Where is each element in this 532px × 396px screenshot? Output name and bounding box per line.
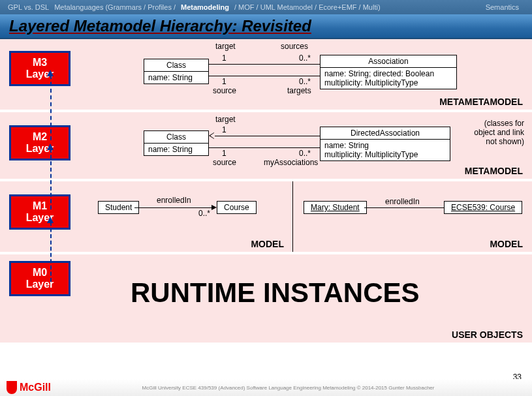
mult-label: 1	[222, 125, 227, 134]
role-label: target	[215, 115, 236, 124]
uml-class: Class name: String	[144, 59, 209, 84]
nav-item-active[interactable]: Metamodeling	[181, 3, 229, 11]
layer-label-m3: M3 Layer	[9, 51, 70, 86]
mult-label: 0..*	[198, 209, 210, 218]
layer-m3: M3 Layer Class name: String Association …	[0, 39, 532, 110]
instance-name: Mary: Student	[304, 202, 366, 213]
class-name: Student	[99, 202, 138, 213]
nav-item[interactable]: Metalanguages (Grammars / Profiles /	[54, 3, 176, 11]
attr-line: name: String; directed: Boolean	[324, 69, 452, 78]
class-attr: name: String; directed: Boolean multipli…	[321, 68, 456, 89]
footer: McGill McGill University ECSE 439/539 (A…	[0, 379, 532, 396]
role-label: targets	[287, 86, 311, 95]
role-label: target	[215, 42, 236, 51]
layer-type: METAMETAMODEL	[439, 97, 523, 107]
title-bar: Layered Metamodel Hierarchy: Revisited	[0, 14, 532, 39]
nav-item[interactable]: Semantics	[486, 3, 519, 11]
class-name: Class	[144, 131, 208, 144]
mult-label: 0..*	[299, 149, 311, 158]
uml-instance-ecse: ECSE539: Course	[444, 201, 522, 214]
arrow-up-icon	[47, 217, 54, 223]
runtime-instances-text: RUNTIME INSTANCES	[131, 277, 420, 309]
open-arrow-fill	[210, 132, 215, 139]
assoc-line	[214, 136, 320, 136]
mult-label: 0..*	[299, 53, 311, 63]
dashed-arrow	[50, 149, 52, 209]
layer-label-m1: M1 Layer	[9, 194, 70, 230]
layer-type: METAMODEL	[465, 166, 523, 176]
uml-course: Course	[217, 201, 257, 214]
nav-item[interactable]: GPL vs. DSL	[8, 3, 49, 11]
layer-label-m2: M2 Layer	[9, 125, 70, 160]
attr-line: multiplicity: MultiplicityType	[324, 150, 446, 159]
divider	[292, 181, 293, 252]
layer-m0: M0 Layer RUNTIME INSTANCES USER OBJECTS	[0, 254, 532, 343]
mult-label: 0..*	[299, 77, 311, 86]
layer-m1: M1 Layer Student Course enrolledIn 0..* …	[0, 181, 532, 252]
link-line	[364, 207, 444, 208]
class-attr: name: String	[144, 72, 208, 84]
breadcrumb-nav: GPL vs. DSL Metalanguages (Grammars / Pr…	[0, 0, 532, 14]
class-name: DirectedAssociation	[321, 127, 450, 140]
layer-label-m0: M0 Layer	[9, 261, 70, 296]
page-title: Layered Metamodel Hierarchy: Revisited	[9, 17, 311, 35]
arrow-up-icon	[47, 144, 54, 150]
dashed-arrow	[50, 222, 52, 282]
attr-line: name: String	[324, 141, 446, 150]
role-label: source	[213, 158, 236, 167]
layer-type: USER OBJECTS	[452, 329, 523, 340]
mcgill-text: McGill	[20, 382, 51, 393]
mult-label: 1	[222, 53, 227, 63]
footer-copyright: McGill University ECSE 439/539 (Advanced…	[51, 385, 525, 391]
layer-m2: M2 Layer Class name: String DirectedAsso…	[0, 112, 532, 179]
dashed-arrow	[50, 75, 52, 140]
assoc-line	[209, 76, 320, 76]
role-label: enrolledIn	[157, 196, 191, 205]
role-label: sources	[281, 42, 308, 51]
arrow-icon	[211, 205, 217, 210]
mult-label: 1	[222, 77, 227, 86]
class-attr: name: String multiplicity: MultiplicityT…	[321, 140, 450, 160]
assoc-line	[209, 147, 320, 148]
assoc-line	[209, 64, 320, 65]
nav-item[interactable]: / MOF / UML Metamodel / Ecore+EMF / Mult…	[234, 3, 381, 11]
assoc-line	[134, 207, 213, 208]
role-label: myAssociations	[264, 158, 318, 167]
role-label: source	[213, 86, 236, 95]
class-name: Class	[144, 59, 208, 72]
class-attr: name: String	[144, 144, 208, 155]
uml-class: Class name: String	[144, 130, 209, 156]
class-name: Course	[217, 202, 256, 213]
instance-name: ECSE539: Course	[445, 202, 522, 213]
layer-type: MODEL	[490, 239, 523, 249]
arrow-up-icon	[47, 70, 54, 76]
layer-type: MODEL	[251, 239, 284, 249]
class-name: Association	[321, 55, 456, 68]
uml-student: Student	[98, 201, 139, 214]
mcgill-logo-icon	[7, 381, 17, 394]
attr-line: multiplicity: MultiplicityType	[324, 78, 452, 87]
mult-label: 1	[222, 149, 227, 158]
uml-instance-mary: Mary: Student	[304, 201, 367, 214]
note-text: (classes for object and link not shown)	[474, 119, 524, 146]
uml-association: Association name: String; directed: Bool…	[320, 55, 457, 89]
role-label: enrolledIn	[385, 197, 420, 206]
uml-directed-assoc: DirectedAssociation name: String multipl…	[320, 127, 450, 161]
